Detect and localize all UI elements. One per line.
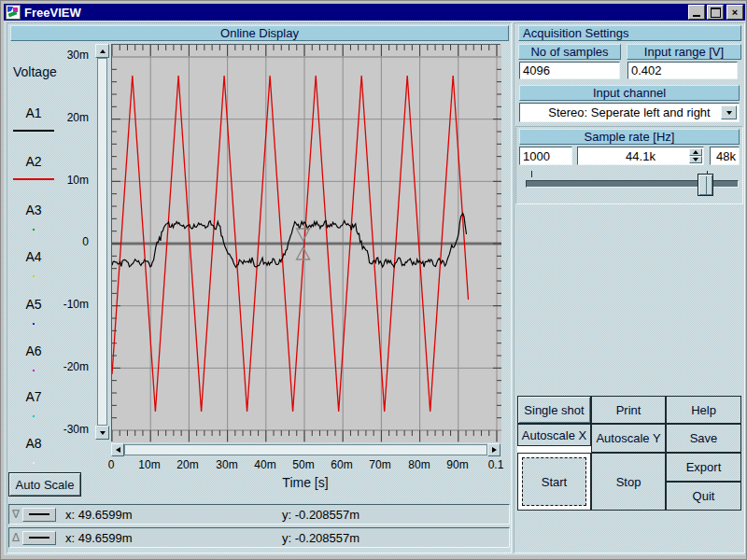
scroll-right-button[interactable] — [487, 443, 500, 456]
maximize-button[interactable] — [707, 5, 724, 20]
channel-marker-a7 — [33, 415, 35, 417]
x-axis-title: Time [s] — [212, 475, 399, 490]
stop-button[interactable]: Stop — [591, 453, 666, 511]
scroll-left-button[interactable] — [111, 443, 124, 456]
input-channel-header: Input channel — [519, 85, 740, 101]
help-button[interactable]: Help — [666, 396, 741, 424]
close-icon: × — [732, 7, 738, 18]
export-button[interactable]: Export — [666, 453, 741, 482]
channel-item-a2[interactable]: A2 — [13, 154, 54, 169]
horizontal-scrollbar-track[interactable] — [124, 444, 487, 455]
waveform-plot[interactable] — [111, 44, 500, 441]
window-title: FreeVIEW — [24, 6, 81, 20]
save-button[interactable]: Save — [666, 424, 741, 453]
print-button[interactable]: Print — [591, 396, 666, 424]
y-axis-title: Voltage — [13, 64, 57, 79]
line-sample-icon — [29, 537, 49, 539]
quit-button[interactable]: Quit — [666, 482, 741, 511]
scroll-up-button[interactable] — [95, 44, 109, 58]
y-tick-n20m: -20m — [40, 360, 89, 373]
y-tick-n10m: -10m — [40, 298, 89, 311]
cursor-row-2[interactable]: Δ x: 49.6599m y: -0.208557m — [8, 527, 510, 548]
no-of-samples-input[interactable]: 4096 — [519, 62, 620, 79]
dropdown-button[interactable] — [721, 105, 737, 119]
cursor1-symbol: ∇ — [9, 508, 22, 521]
channel-marker-a4 — [33, 275, 35, 277]
y-tick-10m: 10m — [40, 174, 89, 187]
title-bar[interactable]: FreeVIEW × — [4, 4, 745, 21]
arrow-up-icon — [100, 49, 106, 53]
channel-marker-a1 — [13, 130, 54, 132]
cursor2-trace-sample[interactable] — [22, 531, 56, 545]
freeview-window: FreeVIEW × Online Display Voltage A1 A2 … — [0, 0, 747, 560]
x-axis-ticks: 0 10m 20m 30m 40m 50m 60m 70m 80m 90m 0.… — [111, 458, 500, 471]
line-sample-icon — [29, 513, 49, 515]
cursor1-y-value: y: -0.208557m — [282, 508, 359, 522]
y-tick-n30m: -30m — [40, 423, 89, 436]
no-of-samples-header: No of samples — [518, 44, 621, 60]
channel-item-a4[interactable]: A4 — [13, 249, 54, 264]
online-display-header: Online Display — [10, 25, 509, 41]
channel-item-a8[interactable]: A8 — [13, 436, 54, 451]
scroll-down-button[interactable] — [95, 426, 109, 440]
channel-marker-a3 — [33, 229, 35, 231]
arrow-right-icon — [492, 447, 497, 453]
online-display-title: Online Display — [220, 26, 299, 40]
single-shot-button[interactable]: Single shot — [517, 396, 591, 424]
start-button[interactable]: Start — [522, 457, 586, 506]
y-tick-0: 0 — [40, 235, 89, 248]
y-tick-30m: 30m — [40, 49, 89, 62]
acquisition-settings-header: Acquisition Settings — [518, 25, 741, 41]
input-range-input[interactable]: 0.402 — [627, 62, 738, 79]
cursor2-symbol: Δ — [9, 531, 22, 544]
channel-marker-a6 — [33, 370, 35, 371]
channel-item-a3[interactable]: A3 — [13, 203, 54, 217]
maximize-icon — [711, 7, 721, 18]
input-range-header: Input range [V] — [627, 44, 741, 60]
cursor2-x-value: x: 49.6599m — [65, 531, 133, 545]
plot-svg — [112, 45, 501, 442]
sample-rate-group-border — [515, 126, 743, 204]
minimize-button[interactable] — [688, 5, 705, 20]
arrow-down-icon — [100, 431, 106, 435]
y-tick-20m: 20m — [40, 111, 89, 124]
app-icon — [6, 5, 21, 20]
auto-scale-button[interactable]: Auto Scale — [8, 472, 81, 497]
input-channel-dropdown[interactable]: Stereo: Seperate left and right — [519, 103, 740, 122]
autoscale-y-button[interactable]: Autoscale Y — [591, 424, 666, 453]
channel-marker-a8 — [33, 462, 35, 464]
cursor1-x-value: x: 49.6599m — [65, 508, 133, 522]
vertical-scrollbar-track[interactable] — [97, 58, 107, 426]
cursor2-y-value: y: -0.208557m — [282, 531, 359, 545]
chevron-down-icon — [726, 111, 732, 115]
cursor1-trace-sample[interactable] — [22, 508, 56, 522]
autoscale-x-button[interactable]: Autoscale X — [517, 424, 591, 446]
channel-item-a6[interactable]: A6 — [13, 343, 54, 358]
minimize-icon — [693, 15, 700, 17]
arrow-left-icon — [116, 447, 120, 453]
channel-marker-a5 — [33, 323, 35, 325]
cursor-row-1[interactable]: ∇ x: 49.6599m y: -0.208557m — [8, 504, 510, 525]
channel-item-a7[interactable]: A7 — [13, 389, 54, 404]
close-button[interactable]: × — [726, 5, 743, 20]
